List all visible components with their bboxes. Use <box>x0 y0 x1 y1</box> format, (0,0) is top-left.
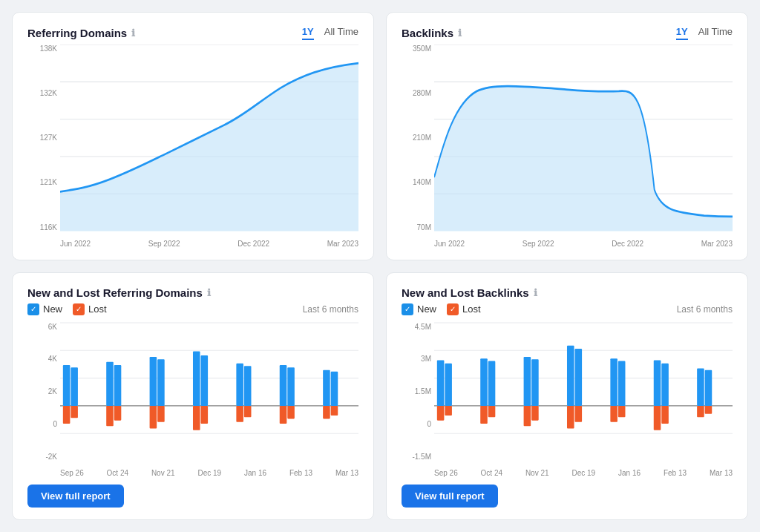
svg-rect-42 <box>323 405 330 418</box>
legend-new-label: New <box>417 303 436 315</box>
svg-rect-58 <box>524 357 531 406</box>
new-checkbox[interactable]: ✓ <box>402 303 413 315</box>
filter-alltime[interactable]: All Time <box>698 26 733 40</box>
svg-rect-33 <box>244 366 252 406</box>
card-title: Backlinks ℹ <box>402 27 462 39</box>
svg-rect-31 <box>201 405 209 423</box>
svg-rect-38 <box>280 405 287 423</box>
y-axis: 6K 4K 2K 0 -2K <box>27 323 60 462</box>
filter-1y[interactable]: 1Y <box>302 26 314 40</box>
x-axis: Jun 2022 Sep 2022 Dec 2022 Mar 2023 <box>434 240 733 248</box>
lost-checkbox[interactable]: ✓ <box>73 303 85 315</box>
svg-rect-52 <box>437 405 445 420</box>
info-icon[interactable]: ℹ <box>458 27 462 39</box>
legend: ✓ New ✓ Lost Last 6 months <box>402 303 733 315</box>
legend-new: ✓ New <box>27 303 62 315</box>
lost-checkbox[interactable]: ✓ <box>447 303 459 315</box>
svg-rect-24 <box>150 357 157 406</box>
legend: ✓ New ✓ Lost Last 6 months <box>27 303 358 315</box>
svg-rect-37 <box>287 367 295 406</box>
svg-rect-36 <box>280 365 287 406</box>
info-icon[interactable]: ℹ <box>207 287 211 298</box>
card-title: New and Lost Backlinks ℹ <box>402 286 537 299</box>
x-axis: Sep 26 Oct 24 Nov 21 Dec 19 Jan 16 Feb 1… <box>434 469 733 477</box>
info-icon[interactable]: ℹ <box>534 287 537 298</box>
svg-rect-74 <box>697 368 704 405</box>
period-label: Last 6 months <box>677 304 733 315</box>
title-text: Backlinks <box>402 27 453 39</box>
backlinks-chart-area: 350M 280M 210M 140M 70M Ju <box>402 45 733 248</box>
y-axis: 138K 132K 127K 121K 116K <box>27 45 60 231</box>
new-lost-referring-chart-area: 6K 4K 2K 0 -2K <box>27 323 358 478</box>
svg-rect-23 <box>114 405 122 420</box>
legend-lost-label: Lost <box>462 303 481 315</box>
filter-alltime[interactable]: All Time <box>324 26 358 40</box>
x-axis: Jun 2022 Sep 2022 Dec 2022 Mar 2023 <box>60 240 358 248</box>
card-header: Backlinks ℹ 1Y All Time <box>402 26 733 40</box>
svg-rect-40 <box>323 370 330 405</box>
info-icon[interactable]: ℹ <box>131 27 135 39</box>
svg-rect-76 <box>697 405 704 416</box>
referring-domains-chart-area: 138K 132K 127K 121K 116K <box>27 45 358 248</box>
svg-rect-59 <box>531 359 539 406</box>
svg-rect-25 <box>157 359 165 406</box>
card-title: New and Lost Referring Domains ℹ <box>27 286 211 299</box>
new-lost-backlinks-card: New and Lost Backlinks ℹ ✓ New ✓ Lost La… <box>386 272 748 521</box>
card-header: New and Lost Backlinks ℹ <box>402 286 733 299</box>
svg-rect-29 <box>201 355 209 405</box>
x-axis: Sep 26 Oct 24 Nov 21 Dec 19 Jan 16 Feb 1… <box>60 469 358 477</box>
backlinks-chart <box>434 45 733 231</box>
svg-rect-75 <box>705 370 712 405</box>
svg-rect-67 <box>618 361 626 405</box>
referring-domains-chart <box>60 45 358 231</box>
new-lost-referring-chart <box>60 323 358 462</box>
title-text: New and Lost Referring Domains <box>27 286 203 299</box>
svg-rect-63 <box>575 349 583 406</box>
new-lost-backlinks-chart <box>434 323 733 462</box>
dashboard-grid: Referring Domains ℹ 1Y All Time 138K 132… <box>12 12 748 520</box>
svg-rect-56 <box>480 405 488 423</box>
svg-rect-32 <box>236 363 243 405</box>
legend-new: ✓ New <box>402 303 436 315</box>
svg-rect-41 <box>331 371 338 405</box>
svg-rect-68 <box>610 405 618 421</box>
view-full-report-button-referring[interactable]: View full report <box>27 485 124 508</box>
card-header: Referring Domains ℹ 1Y All Time <box>27 26 358 40</box>
svg-rect-55 <box>488 361 496 405</box>
svg-rect-54 <box>480 358 488 406</box>
svg-rect-34 <box>236 405 243 421</box>
svg-rect-77 <box>705 405 712 413</box>
legend-lost-label: Lost <box>88 303 107 315</box>
svg-rect-60 <box>524 405 531 425</box>
view-full-report-button-backlinks[interactable]: View full report <box>402 485 498 508</box>
svg-rect-43 <box>331 405 338 415</box>
svg-rect-65 <box>575 405 583 421</box>
svg-rect-22 <box>106 405 114 425</box>
svg-rect-69 <box>618 405 626 416</box>
svg-rect-57 <box>488 405 496 416</box>
svg-rect-70 <box>654 360 661 405</box>
svg-rect-16 <box>63 365 71 406</box>
y-axis: 350M 280M 210M 140M 70M <box>402 45 434 231</box>
new-checkbox[interactable]: ✓ <box>27 303 39 315</box>
svg-rect-39 <box>287 405 295 418</box>
backlinks-card: Backlinks ℹ 1Y All Time 350M 280M 210M 1… <box>386 12 748 260</box>
referring-domains-card: Referring Domains ℹ 1Y All Time 138K 132… <box>12 12 374 260</box>
svg-rect-19 <box>71 405 78 417</box>
svg-rect-21 <box>114 365 122 406</box>
svg-rect-35 <box>244 405 252 416</box>
svg-rect-30 <box>193 405 200 430</box>
svg-rect-73 <box>661 405 669 423</box>
card-title: Referring Domains ℹ <box>27 27 135 39</box>
legend-new-label: New <box>43 303 62 315</box>
svg-rect-53 <box>445 405 452 415</box>
svg-rect-26 <box>150 405 157 428</box>
svg-rect-27 <box>157 405 165 421</box>
svg-rect-18 <box>63 405 71 423</box>
time-filters: 1Y All Time <box>302 26 358 40</box>
legend-lost: ✓ Lost <box>73 303 107 315</box>
title-text: Referring Domains <box>27 27 127 39</box>
time-filters: 1Y All Time <box>676 26 733 40</box>
new-lost-referring-card: New and Lost Referring Domains ℹ ✓ New ✓… <box>12 272 374 521</box>
filter-1y[interactable]: 1Y <box>676 26 688 40</box>
